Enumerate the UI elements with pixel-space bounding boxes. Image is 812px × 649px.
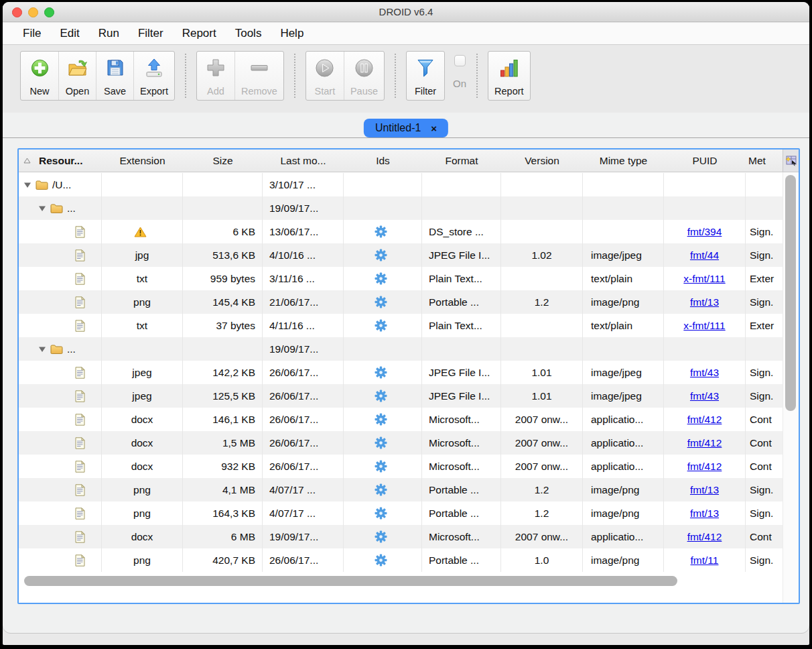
table-row-file[interactable]: png420,7 KB26/06/17...Portable ...1.0ima… (19, 548, 783, 572)
column-header-extension[interactable]: Extension (102, 150, 183, 172)
puid-cell: fmt/412 (664, 431, 746, 455)
column-header-size[interactable]: Size (183, 150, 263, 172)
method-cell: Cont (746, 525, 783, 548)
ids-cell (344, 337, 422, 361)
report-button[interactable]: Report (488, 52, 530, 100)
pause-button[interactable]: Pause (344, 52, 384, 100)
horizontal-scrollbar-thumb[interactable] (24, 576, 677, 586)
filter-on-checkbox[interactable] (454, 55, 466, 66)
column-header-format[interactable]: Format (422, 150, 501, 172)
table-row-folder[interactable]: /U...3/10/17 ... (19, 173, 783, 196)
menu-item-tools[interactable]: Tools (226, 27, 271, 40)
puid-link[interactable]: fmt/412 (687, 437, 722, 449)
column-header-puid[interactable]: PUID (664, 150, 746, 172)
puid-cell: fmt/412 (664, 455, 746, 478)
start-button[interactable]: Start (306, 52, 344, 100)
menu-item-help[interactable]: Help (271, 27, 313, 40)
table-row-file[interactable]: docx932 KB26/06/17...Microsoft...2007 on… (19, 455, 783, 478)
ids-cell (344, 478, 422, 501)
column-header-last-mo[interactable]: Last mo... (263, 150, 344, 172)
puid-link[interactable]: fmt/412 (687, 531, 722, 543)
extension-cell: txt (102, 314, 183, 337)
menu-item-filter[interactable]: Filter (129, 27, 173, 40)
table-row-file[interactable]: docx146,1 KB26/06/17...Microsoft...2007 … (19, 408, 783, 431)
puid-link[interactable]: fmt/394 (687, 226, 722, 238)
remove-button[interactable]: Remove (234, 52, 283, 100)
puid-link[interactable]: fmt/13 (690, 508, 719, 520)
sort-icon (23, 158, 31, 164)
table-row-folder[interactable]: ...19/09/17... (19, 196, 783, 220)
version-cell (501, 220, 583, 243)
table-row-file[interactable]: png145,4 KB21/06/17...Portable ...1.2ima… (19, 290, 783, 314)
file-icon (75, 554, 85, 567)
table-row-file[interactable]: jpeg125,5 KB26/06/17...JPEG File I...1.0… (19, 384, 783, 408)
vertical-scrollbar[interactable] (783, 172, 799, 603)
export-button-label: Export (140, 86, 168, 97)
close-window-button[interactable] (12, 7, 22, 17)
tab-untitled-1[interactable]: Untitled-1 × (364, 119, 448, 137)
zoom-window-button[interactable] (44, 7, 54, 17)
add-button[interactable]: Add (197, 52, 234, 100)
disclosure-triangle-icon[interactable] (39, 206, 46, 211)
puid-link[interactable]: x-fmt/111 (683, 273, 725, 285)
puid-link[interactable]: fmt/412 (687, 461, 722, 473)
version-cell (501, 267, 583, 290)
resource-cell (19, 243, 102, 267)
puid-link[interactable]: fmt/412 (687, 414, 722, 426)
column-header-met[interactable]: Met (746, 150, 783, 172)
table-row-file[interactable]: txt959 bytes3/11/16 ...Plain Text...text… (19, 267, 783, 290)
menu-item-edit[interactable]: Edit (50, 27, 88, 40)
horizontal-scrollbar[interactable] (19, 576, 783, 587)
new-icon (30, 56, 50, 79)
puid-link[interactable]: fmt/43 (690, 390, 719, 402)
table-row-folder[interactable]: ...19/09/17... (19, 337, 783, 361)
version-cell (501, 314, 583, 337)
menu-item-report[interactable]: Report (173, 27, 226, 40)
save-button[interactable]: Save (96, 52, 133, 100)
tab-close-icon[interactable]: × (431, 123, 437, 134)
size-cell: 145,4 KB (183, 290, 263, 314)
column-header-ids[interactable]: Ids (344, 150, 422, 172)
vertical-scrollbar-thumb[interactable] (785, 175, 796, 411)
tab-label: Untitled-1 (375, 122, 421, 134)
open-button[interactable]: Open (58, 52, 96, 100)
disclosure-triangle-icon[interactable] (39, 347, 46, 352)
new-button[interactable]: New (21, 52, 58, 100)
add-button-label: Add (207, 86, 224, 97)
menu-item-run[interactable]: Run (89, 27, 129, 40)
menu-item-file[interactable]: File (13, 27, 50, 40)
puid-link[interactable]: fmt/13 (690, 296, 719, 308)
filter-button[interactable]: Filter (407, 52, 444, 100)
gear-icon (375, 483, 387, 496)
table-row-file[interactable]: docx1,5 MB26/06/17...Microsoft...2007 on… (19, 431, 783, 455)
table-row-file[interactable]: png164,3 KB4/07/17 ...Portable ...1.2ima… (19, 501, 783, 525)
toolbar-separator (294, 54, 295, 98)
puid-link[interactable]: fmt/44 (690, 249, 719, 261)
disclosure-triangle-icon[interactable] (24, 182, 31, 188)
column-header-label: Format (445, 155, 478, 167)
puid-link[interactable]: fmt/43 (690, 367, 719, 379)
export-button[interactable]: Export (133, 52, 174, 100)
minimize-window-button[interactable] (28, 7, 38, 17)
table-row-file[interactable]: jpeg142,2 KB26/06/17...JPEG File I...1.0… (19, 361, 783, 384)
table-row-file[interactable]: docx6 MB19/09/17...Microsoft...2007 onw.… (19, 525, 783, 548)
table-row-file[interactable]: jpg513,6 KB4/10/16 ...JPEG File I...1.02… (19, 243, 783, 267)
puid-cell: x-fmt/111 (664, 314, 746, 337)
column-header-version[interactable]: Version (501, 150, 583, 172)
column-picker-button[interactable] (783, 150, 799, 172)
puid-link[interactable]: x-fmt/111 (683, 320, 725, 332)
column-header-mime-type[interactable]: Mime type (583, 150, 664, 172)
format-cell: Microsoft... (422, 455, 501, 478)
column-header-resour[interactable]: Resour... (19, 150, 102, 172)
table-row-file[interactable]: 6 KB13/06/17...DS_store ...fmt/394Sign. (19, 220, 783, 243)
table-row-file[interactable]: txt37 bytes4/11/16 ...Plain Text...text/… (19, 314, 783, 337)
new-button-label: New (29, 86, 49, 97)
app-window: DROID v6.4 FileEditRunFilterReportToolsH… (3, 2, 809, 645)
format-cell: Microsoft... (422, 525, 501, 548)
puid-link[interactable]: fmt/13 (690, 484, 719, 496)
puid-link[interactable]: fmt/11 (691, 554, 719, 567)
table-row-file[interactable]: png4,1 MB4/07/17 ...Portable ...1.2image… (19, 478, 783, 501)
file-icon (75, 484, 85, 496)
report-icon (499, 56, 519, 79)
extension-cell: png (102, 548, 183, 572)
